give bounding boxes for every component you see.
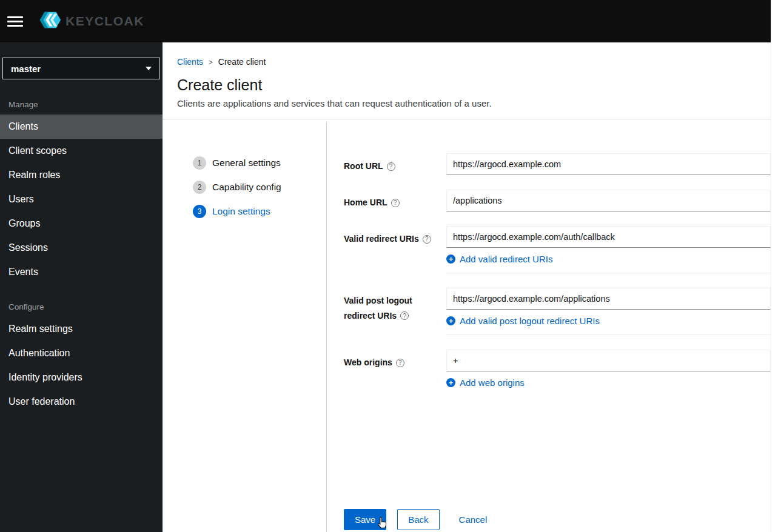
field-row-valid-post-logout-redirect-uris: Valid post logout redirect URIs Add vali… xyxy=(344,288,771,335)
wizard-step-login-settings[interactable]: 3 Login settings xyxy=(193,205,326,218)
page-subtitle: Clients are applications and services th… xyxy=(177,98,771,108)
step-number-badge: 2 xyxy=(193,181,206,194)
realm-selector-value: master xyxy=(11,64,41,74)
sidebar-item-client-scopes[interactable]: Client scopes xyxy=(0,139,163,163)
sidebar-item-identity-providers[interactable]: Identity providers xyxy=(0,365,163,390)
valid-post-logout-redirect-uris-input[interactable] xyxy=(446,288,771,310)
nav-section-label: Manage xyxy=(0,100,163,115)
sidebar-nav: Manage Clients Client scopes Realm roles… xyxy=(0,100,163,414)
plus-circle-icon xyxy=(446,316,455,325)
sidebar-item-clients[interactable]: Clients xyxy=(0,115,163,139)
page-title: Create client xyxy=(177,76,771,94)
add-valid-redirect-uris-button[interactable]: Add valid redirect URIs xyxy=(446,254,552,264)
nav-section-label: Configure xyxy=(0,302,163,317)
breadcrumb-clients-link[interactable]: Clients xyxy=(177,57,203,67)
save-button[interactable]: Save xyxy=(344,509,386,530)
field-row-root-url: Root URL xyxy=(344,153,771,175)
add-link-label: Add web origins xyxy=(460,377,525,388)
help-icon[interactable] xyxy=(396,359,404,367)
hamburger-menu-icon[interactable] xyxy=(7,14,23,29)
field-label: Root URL xyxy=(344,153,436,175)
field-row-valid-redirect-uris: Valid redirect URIs Add valid redirect U… xyxy=(344,226,771,273)
field-label-text: Home URL xyxy=(344,198,387,207)
breadcrumb-separator-icon xyxy=(209,57,213,67)
cancel-button[interactable]: Cancel xyxy=(459,514,488,525)
form-footer: Save Back Cancel xyxy=(344,509,487,530)
step-label: General settings xyxy=(212,158,281,168)
field-control xyxy=(446,153,771,175)
home-url-input[interactable] xyxy=(446,190,771,211)
field-label: Web origins xyxy=(344,350,436,388)
sidebar-item-sessions[interactable]: Sessions xyxy=(0,236,163,260)
header-divider xyxy=(163,119,771,119)
keycloak-logo-icon xyxy=(39,8,62,34)
root-url-input[interactable] xyxy=(446,153,771,175)
step-label: Capability config xyxy=(212,182,281,193)
scrollbar-track[interactable] xyxy=(771,0,778,532)
help-icon[interactable] xyxy=(400,311,409,320)
keycloak-logo[interactable]: KEYCLOAK xyxy=(39,8,144,34)
breadcrumb-current: Create client xyxy=(218,57,266,67)
field-control: Add web origins xyxy=(446,350,771,388)
plus-circle-icon xyxy=(446,254,455,264)
field-control xyxy=(446,190,771,211)
realm-selector[interactable]: master xyxy=(2,58,160,79)
nav-section-configure: Configure Realm settings Authentication … xyxy=(0,302,163,414)
nav-section-manage: Manage Clients Client scopes Realm roles… xyxy=(0,100,163,284)
valid-redirect-uris-input[interactable] xyxy=(446,226,771,248)
wizard-content: 1 General settings 2 Capability config 3… xyxy=(163,122,771,532)
field-label: Valid post logout redirect URIs xyxy=(344,288,436,335)
field-label-text: Root URL xyxy=(344,161,383,171)
sidebar-item-realm-roles[interactable]: Realm roles xyxy=(0,163,163,187)
breadcrumb: Clients Create client xyxy=(163,42,771,67)
help-icon[interactable] xyxy=(387,162,395,171)
topbar: KEYCLOAK xyxy=(0,0,771,42)
step-number-badge: 1 xyxy=(193,156,206,170)
add-link-label: Add valid post logout redirect URIs xyxy=(460,316,600,326)
web-origins-input[interactable] xyxy=(446,350,771,371)
sidebar-item-events[interactable]: Events xyxy=(0,260,163,284)
keycloak-wordmark: KEYCLOAK xyxy=(65,14,144,28)
help-icon[interactable] xyxy=(423,235,431,244)
login-settings-form: Root URL Home URL Valid redirect URIs xyxy=(326,122,771,532)
plus-circle-icon xyxy=(446,378,455,387)
step-number-badge: 3 xyxy=(193,205,206,218)
wizard-nav: 1 General settings 2 Capability config 3… xyxy=(163,122,326,532)
field-row-web-origins: Web origins Add web origins xyxy=(344,350,771,388)
sidebar-item-groups[interactable]: Groups xyxy=(0,211,163,236)
field-label: Valid redirect URIs xyxy=(344,226,436,273)
add-link-label: Add valid redirect URIs xyxy=(460,254,552,264)
add-valid-post-logout-redirect-uris-button[interactable]: Add valid post logout redirect URIs xyxy=(446,316,600,326)
main-content: Clients Create client Create client Clie… xyxy=(163,42,771,532)
add-web-origins-button[interactable]: Add web origins xyxy=(446,377,525,388)
step-label: Login settings xyxy=(212,206,270,217)
chevron-down-icon xyxy=(146,67,152,70)
field-control: Add valid post logout redirect URIs xyxy=(446,288,771,335)
field-label: Home URL xyxy=(344,190,436,211)
sidebar: master Manage Clients Client scopes Real… xyxy=(0,42,163,532)
back-button[interactable]: Back xyxy=(397,509,439,530)
wizard-step-capability-config[interactable]: 2 Capability config xyxy=(193,181,326,194)
field-control: Add valid redirect URIs xyxy=(446,226,771,273)
help-icon[interactable] xyxy=(391,199,400,207)
sidebar-item-realm-settings[interactable]: Realm settings xyxy=(0,317,163,341)
wizard-step-general-settings[interactable]: 1 General settings xyxy=(193,156,326,170)
sidebar-item-user-federation[interactable]: User federation xyxy=(0,390,163,414)
sidebar-item-authentication[interactable]: Authentication xyxy=(0,341,163,365)
field-row-home-url: Home URL xyxy=(344,190,771,211)
sidebar-item-users[interactable]: Users xyxy=(0,187,163,211)
field-label-text: Valid redirect URIs xyxy=(344,234,419,244)
field-label-text: Web origins xyxy=(344,357,392,367)
